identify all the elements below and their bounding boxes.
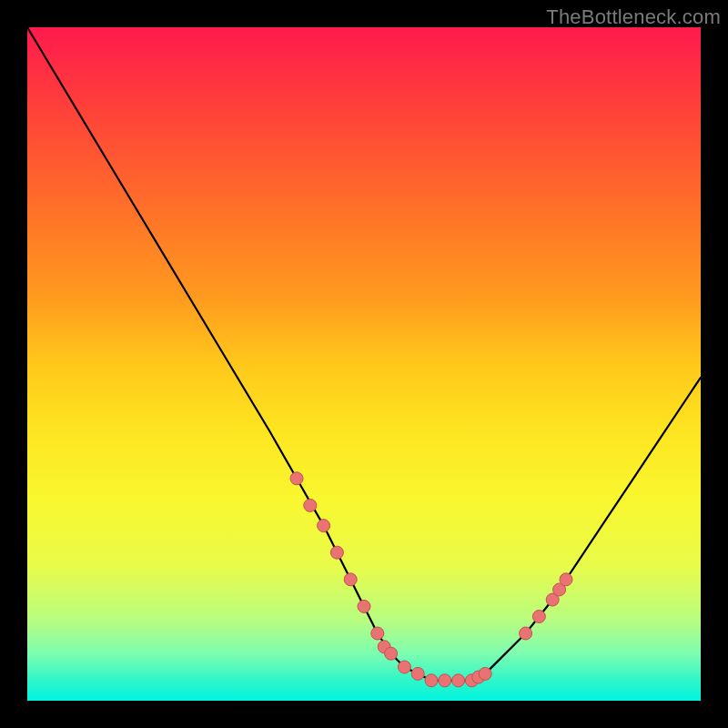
chart-marker	[371, 627, 384, 640]
chart-marker	[318, 520, 330, 532]
chart-marker	[358, 600, 370, 612]
plot-area	[27, 27, 701, 701]
chart-marker	[452, 674, 465, 687]
chart-marker	[479, 667, 491, 680]
chart-marker	[385, 647, 398, 660]
chart-marker	[439, 674, 451, 687]
bottleneck-curve	[27, 27, 701, 681]
chart-markers	[290, 472, 572, 687]
chart-marker	[290, 472, 303, 485]
chart-marker	[532, 611, 545, 623]
watermark-text: TheBottleneck.com	[546, 5, 721, 29]
chart-frame: TheBottleneck.com	[0, 0, 728, 728]
chart-marker	[344, 573, 357, 586]
chart-marker	[304, 499, 317, 511]
chart-marker	[560, 573, 572, 586]
chart-marker	[520, 627, 532, 640]
chart-marker	[411, 667, 424, 680]
chart-marker	[398, 661, 410, 673]
chart-svg	[27, 27, 701, 701]
chart-marker	[330, 546, 343, 559]
chart-marker	[425, 674, 438, 687]
